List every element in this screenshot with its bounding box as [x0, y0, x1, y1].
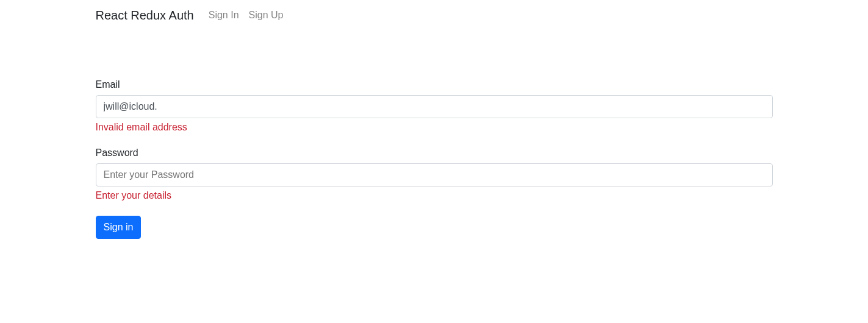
password-label: Password	[96, 147, 773, 158]
navbar: React Redux Auth Sign In Sign Up	[0, 0, 868, 30]
email-label: Email	[96, 79, 773, 90]
email-input[interactable]	[96, 95, 773, 118]
password-input[interactable]	[96, 163, 773, 186]
nav-link-signin[interactable]: Sign In	[204, 5, 244, 26]
signin-button[interactable]: Sign in	[96, 216, 142, 239]
email-group: Email Invalid email address	[96, 79, 773, 133]
password-group: Password Enter your details	[96, 147, 773, 201]
brand-link[interactable]: React Redux Auth	[96, 5, 194, 26]
nav-link-signup[interactable]: Sign Up	[244, 5, 289, 26]
password-error: Enter your details	[96, 190, 773, 201]
signin-form: Email Invalid email address Password Ent…	[87, 79, 782, 239]
email-error: Invalid email address	[96, 122, 773, 133]
